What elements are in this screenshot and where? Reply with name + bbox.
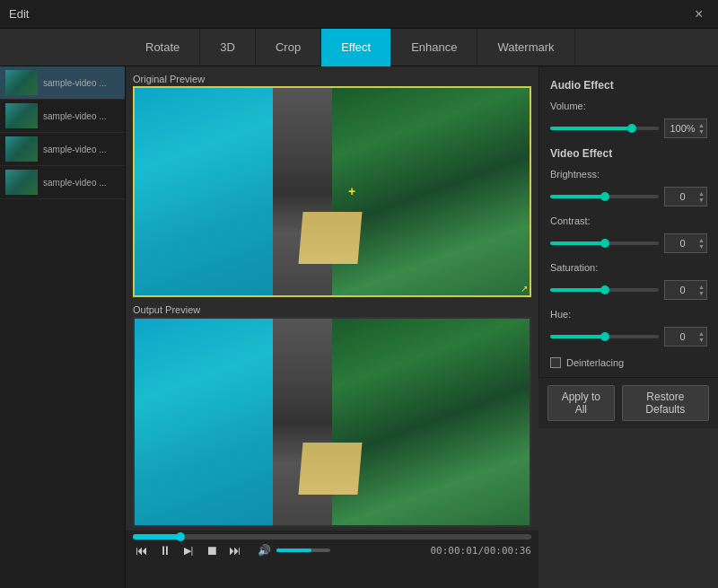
tab-crop[interactable]: Crop bbox=[256, 29, 321, 66]
restore-defaults-button[interactable]: Restore Defaults bbox=[622, 385, 709, 421]
resize-handle-icon[interactable]: ↗ bbox=[521, 284, 528, 294]
progress-bar[interactable] bbox=[133, 534, 531, 540]
volume-label: Volume: bbox=[550, 101, 707, 111]
saturation-track[interactable] bbox=[550, 288, 659, 292]
audio-effect-title: Audio Effect bbox=[550, 79, 707, 92]
brightness-track[interactable] bbox=[550, 195, 659, 198]
close-button[interactable]: × bbox=[695, 7, 709, 22]
volume-spinner[interactable]: 100% ▲ ▼ bbox=[664, 118, 707, 138]
sidebar-item[interactable]: sample-video ... bbox=[0, 66, 125, 100]
saturation-fill bbox=[550, 288, 605, 292]
hue-down[interactable]: ▼ bbox=[698, 337, 705, 343]
volume-up-arrow[interactable]: ▲ bbox=[698, 122, 705, 128]
brightness-up[interactable]: ▲ bbox=[698, 190, 705, 197]
saturation-down[interactable]: ▼ bbox=[698, 290, 705, 296]
tab-rotate[interactable]: Rotate bbox=[126, 29, 200, 66]
volume-track-thumb bbox=[627, 124, 636, 133]
forest-layer bbox=[332, 88, 530, 295]
title-text: Edit bbox=[9, 7, 29, 21]
brightness-arrows[interactable]: ▲ ▼ bbox=[698, 188, 705, 206]
sidebar-thumb bbox=[5, 103, 38, 128]
title-bar: Edit × bbox=[0, 0, 718, 29]
output-preview-label: Output Preview bbox=[133, 304, 531, 315]
saturation-slider-row: 0 ▲ ▼ bbox=[550, 280, 707, 300]
progress-thumb bbox=[176, 532, 185, 541]
contrast-track[interactable] bbox=[550, 241, 659, 245]
contrast-label: Contrast: bbox=[550, 215, 707, 226]
forest-layer bbox=[332, 319, 530, 526]
original-video-frame: + ↗ bbox=[133, 86, 531, 297]
contrast-arrows[interactable]: ▲ ▼ bbox=[698, 234, 705, 252]
volume-slider[interactable] bbox=[276, 549, 330, 552]
tab-bar: Rotate 3D Crop Effect Enhance Watermark bbox=[0, 29, 718, 66]
sidebar-item[interactable]: sample-video ... bbox=[0, 166, 125, 199]
saturation-value: 0 bbox=[667, 285, 698, 295]
tab-enhance[interactable]: Enhance bbox=[391, 29, 477, 66]
deinterlacing-label: Deinterlacing bbox=[566, 357, 624, 368]
saturation-label: Saturation: bbox=[550, 262, 707, 273]
contrast-value: 0 bbox=[667, 238, 698, 249]
main-area: sample-video ... sample-video ... sample… bbox=[0, 66, 718, 588]
sidebar-label: sample-video ... bbox=[43, 111, 107, 121]
bottom-actions: Apply to All Restore Defaults bbox=[538, 377, 718, 428]
contrast-up[interactable]: ▲ bbox=[698, 237, 705, 243]
volume-down-arrow[interactable]: ▼ bbox=[698, 128, 705, 135]
crosshair-icon: + bbox=[348, 184, 355, 198]
step-forward-button[interactable]: ▶| bbox=[180, 545, 197, 557]
sidebar-thumb bbox=[5, 170, 38, 195]
sidebar-item[interactable]: sample-video ... bbox=[0, 100, 125, 133]
contrast-slider-row: 0 ▲ ▼ bbox=[550, 233, 707, 253]
sidebar: sample-video ... sample-video ... sample… bbox=[0, 66, 126, 588]
brightness-down[interactable]: ▼ bbox=[698, 197, 705, 203]
hue-value: 0 bbox=[667, 331, 698, 342]
tab-watermark[interactable]: Watermark bbox=[477, 29, 574, 66]
deinterlacing-row: Deinterlacing bbox=[550, 357, 707, 368]
apply-to-all-button[interactable]: Apply to All bbox=[547, 385, 615, 421]
stop-button[interactable]: ⏹ bbox=[203, 543, 221, 557]
saturation-spinner[interactable]: 0 ▲ ▼ bbox=[664, 280, 707, 300]
volume-track[interactable] bbox=[550, 127, 659, 130]
deinterlacing-checkbox[interactable] bbox=[550, 357, 561, 368]
contrast-thumb bbox=[600, 239, 609, 248]
center-content: Original Preview + ↗ Output Preview bbox=[126, 66, 538, 588]
volume-value: 100% bbox=[667, 123, 698, 134]
scene-background bbox=[135, 88, 530, 295]
brightness-spinner[interactable]: 0 ▲ ▼ bbox=[664, 187, 707, 206]
saturation-thumb bbox=[600, 285, 609, 294]
hue-track[interactable] bbox=[550, 335, 659, 338]
hue-up[interactable]: ▲ bbox=[698, 330, 705, 337]
sidebar-thumb bbox=[5, 70, 38, 95]
skip-back-button[interactable]: ⏮ bbox=[133, 543, 151, 557]
original-preview-wrap: Original Preview + ↗ bbox=[133, 74, 531, 301]
tab-3d[interactable]: 3D bbox=[200, 29, 256, 66]
hue-label: Hue: bbox=[550, 309, 707, 320]
hue-spinner[interactable]: 0 ▲ ▼ bbox=[664, 327, 707, 347]
volume-fill bbox=[276, 549, 311, 552]
volume-spinner-arrows[interactable]: ▲ ▼ bbox=[698, 119, 705, 137]
skip-end-button[interactable]: ⏭ bbox=[226, 543, 244, 557]
volume-icon[interactable]: 🔊 bbox=[255, 544, 273, 557]
saturation-up[interactable]: ▲ bbox=[698, 284, 705, 290]
contrast-down[interactable]: ▼ bbox=[698, 243, 705, 250]
sidebar-item[interactable]: sample-video ... bbox=[0, 133, 125, 166]
playback-bar: ⏮ ⏸ ▶| ⏹ ⏭ 🔊 00:00:01/00:00:36 bbox=[126, 531, 538, 588]
sidebar-label: sample-video ... bbox=[43, 178, 107, 188]
hue-fill bbox=[550, 335, 605, 338]
hue-thumb bbox=[600, 332, 609, 341]
volume-track-fill bbox=[550, 127, 632, 130]
brightness-label: Brightness: bbox=[550, 169, 707, 180]
pause-button[interactable]: ⏸ bbox=[156, 543, 174, 557]
volume-slider-row: 100% ▲ ▼ bbox=[550, 118, 707, 138]
controls-row: ⏮ ⏸ ▶| ⏹ ⏭ 🔊 00:00:01/00:00:36 bbox=[133, 543, 531, 557]
volume-wrap: 🔊 bbox=[255, 544, 330, 557]
output-preview-wrap: Output Preview bbox=[133, 304, 531, 531]
contrast-fill bbox=[550, 241, 605, 245]
saturation-arrows[interactable]: ▲ ▼ bbox=[698, 281, 705, 299]
beach-layer bbox=[298, 443, 362, 495]
beach-layer bbox=[298, 212, 362, 264]
preview-area: Original Preview + ↗ Output Preview bbox=[126, 66, 538, 531]
right-column: Audio Effect Volume: 100% ▲ ▼ Video Effe… bbox=[538, 66, 718, 588]
hue-arrows[interactable]: ▲ ▼ bbox=[698, 328, 705, 346]
tab-effect[interactable]: Effect bbox=[321, 29, 391, 66]
contrast-spinner[interactable]: 0 ▲ ▼ bbox=[664, 233, 707, 253]
